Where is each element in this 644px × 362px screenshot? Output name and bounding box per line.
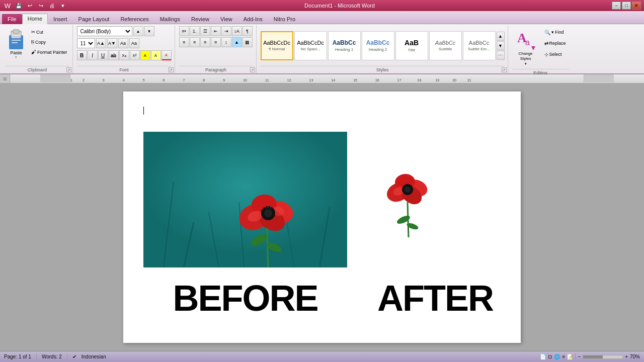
tab-mailings[interactable]: Mailings <box>154 14 186 24</box>
window-title: Document1 - Microsoft Word <box>67 3 612 9</box>
view-draft-icon[interactable]: 📝 <box>567 354 573 359</box>
view-outline-icon[interactable]: ≡ <box>562 354 565 359</box>
font-name-down[interactable]: ▼ <box>144 26 154 36</box>
shading[interactable]: ▲ <box>232 37 242 47</box>
font-size-select[interactable]: 11 <box>77 38 95 48</box>
print-quick-icon[interactable]: 🖨 <box>47 1 56 10</box>
zoom-out-icon[interactable]: − <box>578 354 581 359</box>
flower-full-image[interactable] <box>143 132 347 267</box>
change-styles-arrow[interactable]: ▾ <box>525 62 527 66</box>
show-marks[interactable]: ¶ <box>243 26 253 36</box>
bold-button[interactable]: B <box>77 50 87 60</box>
style-normal[interactable]: AaBbCcDc ¶ Normal <box>261 31 293 60</box>
styles-down[interactable]: ▼ <box>497 41 505 50</box>
styles-expand[interactable]: ↗ <box>502 67 507 72</box>
text-highlight[interactable]: A <box>140 50 150 60</box>
zoom-in-icon[interactable]: + <box>625 354 628 359</box>
view-fullscreen-icon[interactable]: ⊡ <box>548 354 552 359</box>
redo-quick-icon[interactable]: ↪ <box>36 1 45 10</box>
ribbon-tabs: File Home Insert Page Layout References … <box>0 11 644 24</box>
styles-up[interactable]: ▲ <box>497 32 505 41</box>
styles-more[interactable]: ⋯ <box>497 51 505 60</box>
text-cursor-area[interactable] <box>143 107 501 117</box>
style-subtitle[interactable]: AaBbCc Subtitle <box>429 31 462 60</box>
text-highlight2[interactable]: A <box>151 50 161 60</box>
decrease-indent[interactable]: ⇤ <box>211 26 221 36</box>
font-expand[interactable]: ↗ <box>169 67 174 72</box>
font-name-up[interactable]: ▲ <box>133 26 143 36</box>
style-title[interactable]: AaB Title <box>395 31 428 60</box>
style-title-label: Title <box>408 48 416 52</box>
tab-review[interactable]: Review <box>186 14 215 24</box>
paragraph-label: Paragraph <box>179 66 253 73</box>
align-right[interactable]: ≡ <box>200 37 210 47</box>
find-button[interactable]: 🔍 ▾ Find <box>541 27 569 37</box>
tab-add-ins[interactable]: Add-Ins <box>238 14 268 24</box>
tab-file[interactable]: File <box>2 14 22 24</box>
style-subtle-em[interactable]: AaBbCc Subtle Em... <box>463 31 496 60</box>
copy-button[interactable]: ⎘ Copy <box>29 37 69 47</box>
view-print-icon[interactable]: 📄 <box>540 354 546 359</box>
align-justify[interactable]: ≡ <box>211 37 221 47</box>
change-styles-icon: A a <box>516 28 536 50</box>
tab-nitro-pro[interactable]: Nitro Pro <box>268 14 301 24</box>
flower-small-image[interactable] <box>377 147 438 237</box>
flower-small-svg <box>377 147 438 237</box>
bullets-button[interactable]: ≡• <box>179 26 189 36</box>
paste-icon <box>7 27 25 50</box>
increase-indent[interactable]: ⇥ <box>221 26 231 36</box>
view-web-icon[interactable]: 🌐 <box>554 354 560 359</box>
change-case[interactable]: Aa <box>129 38 139 48</box>
style-heading2[interactable]: AaBbCc Heading 2 <box>362 31 394 60</box>
format-painter-button[interactable]: 🖌 Format Painter <box>29 47 69 57</box>
cut-button[interactable]: ✂ Cut <box>29 27 69 37</box>
strikethrough-button[interactable]: ab <box>109 50 119 60</box>
zoom-slider[interactable] <box>583 355 623 359</box>
font-size-shrink[interactable]: A▼ <box>107 38 117 48</box>
clear-formatting[interactable]: Aa <box>118 38 128 48</box>
sort-button[interactable]: ↕A <box>232 26 242 36</box>
font-color[interactable]: A <box>162 50 172 60</box>
close-button[interactable]: ✕ <box>632 2 641 10</box>
tab-insert[interactable]: Insert <box>48 14 73 24</box>
multilevel-list[interactable]: ☰ <box>200 26 210 36</box>
style-no-spacing[interactable]: AaBbCcDc No Spaci... <box>294 31 327 60</box>
tab-references[interactable]: References <box>115 14 154 24</box>
font-size-grow[interactable]: A▲ <box>96 38 106 48</box>
align-left[interactable]: ≡ <box>179 37 189 47</box>
undo-quick-icon[interactable]: ↩ <box>25 1 34 10</box>
clipboard-expand[interactable]: ↗ <box>66 67 71 72</box>
underline-button[interactable]: U <box>98 50 108 60</box>
paste-arrow[interactable]: ▾ <box>15 55 17 59</box>
language-status[interactable]: Indonesian <box>82 354 106 359</box>
style-no-spacing-label: No Spaci... <box>300 47 320 51</box>
save-quick-icon[interactable]: 💾 <box>14 1 23 10</box>
replace-button[interactable]: ⇄ Replace <box>541 38 569 48</box>
minimize-button[interactable]: − <box>612 2 621 10</box>
paste-button[interactable]: Paste ▾ <box>5 26 27 60</box>
style-heading1[interactable]: AaBbCc Heading 1 <box>328 31 361 60</box>
font-name-select[interactable]: Calibri (Body) <box>77 26 132 36</box>
word-icon: W <box>3 1 12 10</box>
change-styles-button[interactable]: A a ChangeStyles ▾ <box>512 26 539 68</box>
tab-view[interactable]: View <box>215 14 238 24</box>
tab-home[interactable]: Home <box>22 14 48 24</box>
italic-button[interactable]: I <box>88 50 98 60</box>
clipboard-small-buttons: ✂ Cut ⎘ Copy 🖌 Format Painter <box>29 26 69 57</box>
zoom-level[interactable]: 70% <box>630 354 640 359</box>
document-area[interactable]: BEFORE AFTER <box>0 83 644 351</box>
superscript-button[interactable]: X² <box>130 50 140 60</box>
numbering-button[interactable]: 1. <box>190 26 200 36</box>
align-center[interactable]: ≡ <box>190 37 200 47</box>
line-spacing[interactable]: ↕ <box>221 37 231 47</box>
tab-page-layout[interactable]: Page Layout <box>73 14 115 24</box>
paragraph-expand[interactable]: ↗ <box>250 67 255 72</box>
text-cursor <box>143 107 144 115</box>
borders[interactable]: ▦ <box>243 37 253 47</box>
maximize-button[interactable]: □ <box>622 2 631 10</box>
customize-quick-icon[interactable]: ▾ <box>58 1 67 10</box>
select-button[interactable]: ⊹ Select <box>541 49 569 59</box>
page[interactable]: BEFORE AFTER <box>123 92 521 343</box>
window-controls: − □ ✕ <box>612 2 641 10</box>
subscript-button[interactable]: X₂ <box>119 50 129 60</box>
